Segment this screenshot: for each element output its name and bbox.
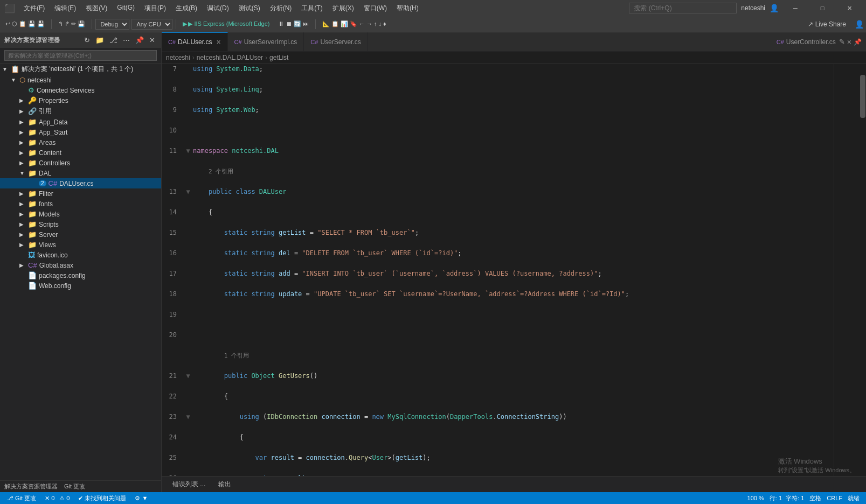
sidebar-search-input[interactable] — [4, 50, 157, 61]
tab-usercontroller[interactable]: C# UserController.cs ✎ × 📌 — [772, 32, 866, 51]
webconfig-arrow: ▶ — [19, 283, 28, 289]
panel-tab-errors[interactable]: 错误列表 ... — [166, 478, 212, 492]
line-20: 20 — [162, 330, 834, 340]
tab-userserverimpl[interactable]: C# UserServerImpl.cs — [228, 32, 304, 51]
tab-daluser[interactable]: C# DALUser.cs × — [162, 32, 228, 51]
status-zoom[interactable]: 100 % — [745, 494, 766, 502]
tree-item-favicon[interactable]: ▶ 🖼 favicon.ico — [0, 250, 161, 260]
menu-tools[interactable]: 工具(T) — [297, 2, 327, 15]
tree-item-packages[interactable]: ▶ 📄 packages.config — [0, 270, 161, 281]
content-label: Content — [39, 149, 61, 157]
menu-view[interactable]: 视图(V) — [81, 2, 112, 15]
tab-daluser-close[interactable]: × — [216, 38, 220, 46]
breadcrumb-getlist[interactable]: getList — [269, 54, 288, 61]
menu-help[interactable]: 帮助(H) — [392, 2, 423, 15]
sep2 — [92, 19, 92, 29]
line-24: 24 { — [162, 432, 834, 443]
ref-icon: 🔗 — [28, 107, 37, 115]
panel-tab-output[interactable]: 输出 — [212, 478, 238, 492]
tree-item-areas[interactable]: ▶ 📁 Areas — [0, 137, 161, 148]
tree-item-dal[interactable]: ▼ 📁 DAL — [0, 168, 161, 178]
title-search-input[interactable] — [629, 3, 737, 13]
status-ready[interactable]: 就绪 — [846, 494, 862, 502]
tree-item-server[interactable]: ▶ 📁 Server — [0, 229, 161, 240]
tab-userserver[interactable]: C# UserServer.cs — [304, 32, 368, 51]
tree-item-connected[interactable]: ▶ ⚙ Connected Services — [0, 85, 161, 95]
status-git[interactable]: ⎇ Git 更改 — [4, 494, 38, 502]
sidebar-git-icon[interactable]: ⎇ — [108, 36, 119, 45]
win-maximize[interactable]: □ — [810, 0, 835, 16]
sidebar-folder-icon[interactable]: 📁 — [94, 36, 106, 45]
tree-project[interactable]: ▼ ⬡ netceshi — [0, 75, 161, 85]
tree-item-webconfig[interactable]: ▶ 📄 Web.config — [0, 281, 161, 291]
webconfig-icon: 📄 — [28, 282, 37, 290]
toolbar-extra[interactable]: 📐 📋 📊 🔖 ← → ↑ ↓ ♦ — [319, 19, 390, 29]
tree-item-global[interactable]: ▶ C# Global.asax — [0, 260, 161, 270]
scripts-arrow: ▶ — [19, 221, 28, 227]
models-arrow: ▶ — [19, 211, 28, 217]
menu-project[interactable]: 项目(P) — [140, 2, 170, 15]
ready-label: 就绪 — [848, 494, 860, 502]
scroll-thumb[interactable] — [860, 75, 865, 118]
status-line[interactable]: 行: 1 字符: 1 — [767, 494, 806, 502]
debug-config-select[interactable]: Debug — [95, 19, 129, 30]
menu-window[interactable]: 窗口(W) — [359, 2, 391, 15]
line-13: 13▼ public class DALUser — [162, 187, 834, 197]
status-check[interactable]: ✔ 未找到相关问题 — [76, 494, 128, 502]
line-ref-1a: 1 个引用 — [162, 351, 834, 361]
win-minimize[interactable]: ─ — [783, 0, 808, 16]
status-errors[interactable]: ✕ 0 ⚠ 0 — [43, 495, 72, 502]
sidebar: 解决方案资源管理器 ↻ 📁 ⎇ ⋯ 📌 ✕ ▼ 📋 解决方案 'netceshi… — [0, 32, 162, 492]
menu-analyze[interactable]: 分析(N) — [266, 2, 296, 15]
tree-item-properties[interactable]: ▶ 🔑 Properties — [0, 95, 161, 106]
tree-item-content[interactable]: ▶ 📁 Content — [0, 148, 161, 158]
run-button[interactable]: ▶ ▶ IIS Express (Microsoft Edge) — [179, 19, 273, 29]
menu-test[interactable]: 测试(S) — [234, 2, 265, 15]
menu-debug[interactable]: 调试(D) — [203, 2, 233, 15]
tab-solution-explorer[interactable]: 解决方案资源管理器 — [4, 482, 58, 491]
account-icon[interactable]: 👤 — [855, 20, 864, 29]
tree-item-views[interactable]: ▶ 📁 Views — [0, 240, 161, 250]
tree-item-appdata[interactable]: ▶ 📁 App_Data — [0, 117, 161, 127]
favicon-icon: 🖼 — [28, 251, 35, 259]
usercontroller-close[interactable]: × — [847, 38, 851, 46]
cpu-config-select[interactable]: Any CPU — [131, 19, 172, 30]
tree-item-controllers[interactable]: ▶ 📁 Controllers — [0, 158, 161, 168]
tree-item-ref[interactable]: ▶ 🔗 引用 — [0, 106, 161, 117]
status-space[interactable]: 空格 — [807, 494, 823, 502]
sidebar-pin-icon[interactable]: 📌 — [134, 36, 146, 45]
tree-item-scripts[interactable]: ▶ 📁 Scripts — [0, 219, 161, 229]
sidebar-close-icon[interactable]: ✕ — [148, 36, 157, 45]
tree-item-models[interactable]: ▶ 📁 Models — [0, 209, 161, 219]
tree-item-fonts[interactable]: ▶ 📁 fonts — [0, 199, 161, 209]
vertical-scrollbar[interactable] — [860, 64, 866, 476]
sidebar-sync-icon[interactable]: ↻ — [82, 36, 92, 45]
sidebar-settings-icon[interactable]: ⋯ — [121, 36, 131, 45]
usercontroller-save-icon[interactable]: ✎ — [839, 38, 845, 46]
menu-build[interactable]: 生成(B) — [171, 2, 202, 15]
status-encoding[interactable]: CRLF — [825, 494, 844, 502]
breadcrumb-netceshi[interactable]: netceshi — [166, 54, 190, 61]
favicon-arrow: ▶ — [19, 252, 28, 258]
tab-git-changes[interactable]: Git 更改 — [64, 482, 85, 491]
menu-git[interactable]: Git(G) — [113, 2, 139, 15]
menu-extensions[interactable]: 扩展(X) — [328, 2, 358, 15]
line-label: 行: 1 — [770, 494, 782, 502]
breadcrumb-daluser[interactable]: netceshi.DAL.DALUser — [197, 54, 263, 61]
toolbar-nav[interactable]: ↰ ↱ ✏ 💾 — [55, 19, 88, 29]
menu-edit[interactable]: 编辑(E) — [50, 2, 80, 15]
toolbar-misc[interactable]: ⏸ ⏹ 🔄 ⏭ — [275, 19, 311, 29]
live-share-button[interactable]: ↗ Live Share — [803, 19, 850, 29]
line-11: 11▼namespace netceshi.DAL — [162, 146, 834, 156]
tree-item-filter[interactable]: ▶ 📁 Filter — [0, 188, 161, 199]
models-label: Models — [39, 211, 60, 218]
toolbar-undo-group[interactable]: ↩ ⬡ 📋 💾 💾 — [2, 19, 48, 29]
user-icon[interactable]: 👤 — [770, 4, 779, 12]
status-lint[interactable]: ⚙ ▼ — [133, 495, 150, 502]
win-close[interactable]: ✕ — [837, 0, 862, 16]
pin-right-icon[interactable]: 📌 — [854, 38, 862, 46]
tree-solution[interactable]: ▼ 📋 解决方案 'netceshi' (1 个项目，共 1 个) — [0, 64, 161, 75]
menu-file[interactable]: 文件(F) — [19, 2, 49, 15]
tree-item-appstart[interactable]: ▶ 📁 App_Start — [0, 127, 161, 137]
tree-item-daluser[interactable]: ▶ 2 C# DALUser.cs — [0, 178, 161, 188]
